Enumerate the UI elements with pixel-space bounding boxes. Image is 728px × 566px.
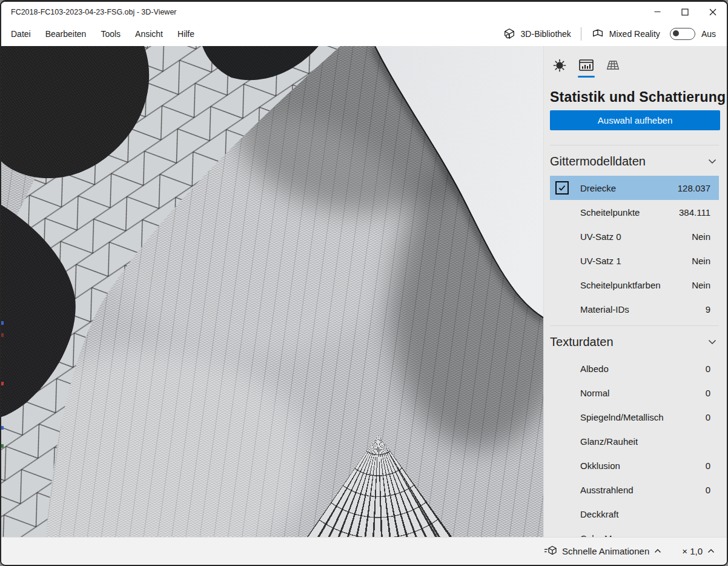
row-label: Glanz/Rauheit [580, 436, 638, 447]
menu-hilfe[interactable]: Hilfe [170, 22, 202, 46]
row-label: Albedo [580, 364, 609, 374]
minimize-button[interactable] [643, 2, 671, 22]
row-okklusion[interactable]: Okklusion 0 [550, 453, 719, 478]
mesh-data-rows: Dreiecke 128.037 Scheitelpunkte 384.111 … [550, 176, 719, 321]
texture-data-rows: Albedo 0 Normal 0 Spiegelnd/Metallisch 0… [550, 356, 719, 537]
row-uv-satz-0[interactable]: UV-Satz 0 Nein [550, 224, 719, 248]
mixed-reality-button[interactable]: Mixed Reality [587, 25, 664, 43]
menubar: Datei Bearbeiten Tools Ansicht Hilfe 3D-… [1, 22, 727, 46]
panel-title: Statistik und Schattierung [550, 89, 726, 105]
environment-sun-icon [552, 58, 568, 73]
divider [550, 145, 719, 145]
main-menu: Datei Bearbeiten Tools Ansicht Hilfe [1, 22, 202, 46]
row-value: 0 [706, 364, 710, 374]
minimize-icon [654, 8, 661, 15]
fast-animations-label: Schnelle Animationen [562, 546, 649, 556]
window-title: FC2018-FC103-2023-04-23-FSG.obj - 3D-Vie… [1, 8, 643, 16]
row-label: Dreiecke [580, 183, 616, 193]
close-icon [709, 8, 716, 16]
fast-animations-button[interactable]: Schnelle Animationen [540, 544, 665, 558]
row-value: 9 [706, 304, 710, 315]
statistics-panel: Statistik und Schattierung Auswahl aufhe… [543, 46, 727, 537]
row-albedo[interactable]: Albedo 0 [550, 356, 719, 381]
mixed-reality-label: Mixed Reality [609, 29, 660, 39]
chevron-up-icon [707, 548, 715, 553]
menu-tools[interactable]: Tools [93, 22, 128, 46]
row-value: 0 [706, 388, 710, 398]
row-value: 384.111 [679, 207, 710, 218]
animation-cube-icon [544, 545, 557, 557]
zoom-level-button[interactable]: × 1,0 [678, 545, 718, 557]
row-value: 0 [706, 461, 710, 471]
row-label: Scheitelpunktfarben [580, 280, 661, 290]
mixed-reality-toggle[interactable] [670, 28, 695, 40]
3d-library-label: 3D-Bibliothek [521, 29, 571, 39]
app-window: FC2018-FC103-2023-04-23-FSG.obj - 3D-Vie… [0, 0, 728, 566]
titlebar[interactable]: FC2018-FC103-2023-04-23-FSG.obj - 3D-Vie… [1, 2, 727, 22]
row-label: Normal [580, 388, 609, 398]
row-label: Scheitelpunkte [580, 207, 640, 218]
statusbar: Schnelle Animationen × 1,0 [1, 537, 727, 564]
row-label: Ausstrahlend [580, 485, 634, 495]
row-scheitelpunkte[interactable]: Scheitelpunkte 384.111 [550, 200, 719, 224]
clear-selection-button[interactable]: Auswahl aufheben [550, 110, 720, 130]
mixed-reality-state: Aus [701, 29, 716, 39]
section-title: Texturdaten [550, 335, 614, 349]
tab-environment[interactable] [546, 52, 573, 79]
close-button[interactable] [699, 2, 727, 22]
menu-ansicht[interactable]: Ansicht [128, 22, 170, 46]
toggle-knob [673, 30, 679, 36]
row-spiegelnd-metallisch[interactable]: Spiegelnd/Metallisch 0 [550, 405, 719, 429]
maximize-button[interactable] [671, 2, 699, 22]
row-value: Nein [692, 231, 710, 242]
menubar-right: 3D-Bibliothek Mixed Reality Aus [499, 25, 727, 43]
row-uv-satz-1[interactable]: UV-Satz 1 Nein [550, 248, 719, 273]
row-label: Material-IDs [580, 304, 629, 315]
chevron-down-icon [708, 339, 716, 345]
row-cube-map[interactable]: Cube Map [550, 526, 719, 537]
row-glanz-rauheit[interactable]: Glanz/Rauheit [550, 429, 719, 453]
panel-tabs [546, 52, 626, 79]
maximize-icon [681, 8, 689, 16]
row-value: 0 [706, 485, 710, 495]
row-normal[interactable]: Normal 0 [550, 381, 719, 405]
3d-library-cube-icon [503, 27, 516, 41]
row-deckkraft[interactable]: Deckkraft [550, 502, 719, 526]
wireframe-grid-icon [604, 58, 621, 73]
content-area: Statistik und Schattierung Auswahl aufhe… [1, 46, 727, 537]
row-value: 128.037 [678, 183, 710, 193]
menu-datei[interactable]: Datei [4, 22, 38, 46]
tab-statistics[interactable] [573, 52, 600, 79]
row-label: Spiegelnd/Metallisch [580, 412, 664, 422]
row-ausstrahlend[interactable]: Ausstrahlend 0 [550, 478, 719, 502]
mesh-render [1, 46, 543, 537]
row-label: UV-Satz 1 [580, 256, 621, 266]
menubar-divider [581, 27, 581, 41]
row-value: Nein [692, 256, 710, 266]
row-value: 0 [706, 412, 710, 422]
section-title: Gittermodelldaten [550, 155, 646, 168]
zoom-level-label: × 1,0 [682, 546, 703, 556]
checkbox-checked-icon[interactable] [555, 181, 569, 195]
menu-bearbeiten[interactable]: Bearbeiten [38, 22, 94, 46]
chevron-up-icon [654, 548, 661, 553]
section-header-mesh-data[interactable]: Gittermodelldaten [550, 150, 719, 172]
tab-wireframe[interactable] [600, 52, 626, 79]
statistics-icon [578, 58, 595, 73]
row-dreiecke[interactable]: Dreiecke 128.037 [550, 176, 719, 200]
row-label: Okklusion [580, 461, 620, 471]
active-tab-underline [578, 76, 595, 78]
window-controls [643, 2, 727, 22]
chevron-down-icon [708, 159, 716, 164]
divider [550, 325, 719, 326]
row-label: UV-Satz 0 [580, 231, 621, 242]
3d-viewport[interactable] [1, 46, 543, 537]
row-scheitelpunktfarben[interactable]: Scheitelpunktfarben Nein [550, 273, 719, 297]
row-label: Cube Map [580, 533, 622, 538]
3d-library-button[interactable]: 3D-Bibliothek [499, 25, 575, 43]
row-material-ids[interactable]: Material-IDs 9 [550, 297, 719, 321]
section-header-texture-data[interactable]: Texturdaten [550, 331, 719, 353]
row-label: Deckkraft [580, 509, 618, 519]
row-value: Nein [692, 280, 710, 290]
mixed-reality-icon [591, 27, 604, 41]
